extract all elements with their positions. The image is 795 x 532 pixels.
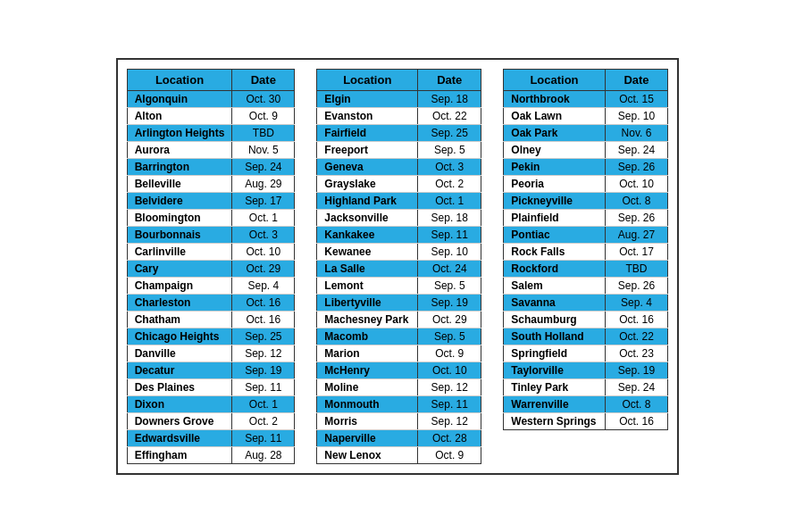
date-cell: Sep. 11 <box>232 378 295 395</box>
table-row: PekinSep. 26 <box>504 158 668 175</box>
date-cell: Oct. 1 <box>232 209 295 226</box>
location-cell: Bourbonnais <box>127 226 232 243</box>
table-row: EvanstonOct. 22 <box>317 107 481 124</box>
location-cell: Taylorville <box>504 362 605 378</box>
location-cell: Barrington <box>127 158 232 175</box>
location-cell: Highland Park <box>317 192 418 209</box>
location-cell: McHenry <box>317 362 418 378</box>
location-cell: Downers Grove <box>127 412 232 429</box>
date-cell: Oct. 22 <box>418 107 481 124</box>
location-cell: Macomb <box>317 328 418 345</box>
date-cell: Sep. 5 <box>418 277 481 294</box>
date-cell: Oct. 22 <box>605 328 668 345</box>
location-cell: Fairfield <box>317 124 418 141</box>
table-row: SalemSep. 26 <box>504 277 668 294</box>
table-row: DecaturSep. 19 <box>127 362 295 378</box>
date-cell: Oct. 2 <box>418 175 481 192</box>
location-cell: New Lenox <box>317 446 418 463</box>
table-section-2: LocationDateNorthbrookOct. 15Oak LawnSep… <box>503 69 668 464</box>
location-cell: Geneva <box>317 158 418 175</box>
table-row: Tinley ParkSep. 24 <box>504 378 668 395</box>
location-cell: Aurora <box>127 141 232 158</box>
location-cell: Decatur <box>127 362 232 378</box>
location-cell: Alton <box>127 107 232 124</box>
date-cell: Oct. 8 <box>605 395 668 412</box>
date-cell: Nov. 6 <box>605 124 668 141</box>
date-cell: Sep. 19 <box>418 294 481 311</box>
location-cell: Grayslake <box>317 175 418 192</box>
table-0: LocationDateAlgonquinOct. 30AltonOct. 9A… <box>127 69 296 464</box>
date-cell: Sep. 5 <box>418 141 481 158</box>
location-cell: Marion <box>317 345 418 362</box>
table-row: AltonOct. 9 <box>127 107 295 124</box>
date-cell: Oct. 2 <box>232 412 295 429</box>
location-cell: Machesney Park <box>317 311 418 328</box>
date-cell: Oct. 15 <box>605 90 668 107</box>
location-cell: Cary <box>127 260 232 277</box>
table-row: ChampaignSep. 4 <box>127 277 295 294</box>
location-cell: Freeport <box>317 141 418 158</box>
date-cell: Oct. 29 <box>232 260 295 277</box>
table-row: La SalleOct. 24 <box>317 260 481 277</box>
date-cell: Sep. 24 <box>605 141 668 158</box>
date-cell: Sep. 11 <box>418 395 481 412</box>
table-row: ChathamOct. 16 <box>127 311 295 328</box>
table-divider <box>489 69 496 464</box>
location-cell: Champaign <box>127 277 232 294</box>
table-row: Oak LawnSep. 10 <box>504 107 668 124</box>
column-header: Date <box>232 69 295 90</box>
date-cell: Sep. 17 <box>232 192 295 209</box>
date-cell: Nov. 5 <box>232 141 295 158</box>
date-cell: Oct. 9 <box>418 446 481 463</box>
date-cell: Oct. 16 <box>232 311 295 328</box>
date-cell: Oct. 3 <box>232 226 295 243</box>
table-1: LocationDateElginSep. 18EvanstonOct. 22F… <box>316 69 481 464</box>
location-cell: Tinley Park <box>504 378 605 395</box>
table-row: TaylorvilleSep. 19 <box>504 362 668 378</box>
table-row: GenevaOct. 3 <box>317 158 481 175</box>
table-row: Downers GroveOct. 2 <box>127 412 295 429</box>
date-cell: Oct. 10 <box>418 362 481 378</box>
date-cell: Aug. 29 <box>232 175 295 192</box>
location-cell: Edwardsville <box>127 429 232 446</box>
date-cell: Sep. 12 <box>232 345 295 362</box>
table-row: Highland ParkOct. 1 <box>317 192 481 209</box>
date-cell: Sep. 18 <box>418 90 481 107</box>
table-row: BarringtonSep. 24 <box>127 158 295 175</box>
location-cell: Monmouth <box>317 395 418 412</box>
table-divider <box>302 69 309 464</box>
location-cell: Schaumburg <box>504 311 605 328</box>
location-cell: Pontiac <box>504 226 605 243</box>
table-row: RockfordTBD <box>504 260 668 277</box>
table-row: CaryOct. 29 <box>127 260 295 277</box>
date-cell: Oct. 9 <box>232 107 295 124</box>
date-cell: Sep. 5 <box>418 328 481 345</box>
date-cell: Oct. 8 <box>605 192 668 209</box>
date-cell: Oct. 16 <box>605 412 668 429</box>
location-cell: Kewanee <box>317 243 418 260</box>
table-row: Rock FallsOct. 17 <box>504 243 668 260</box>
location-cell: Naperville <box>317 429 418 446</box>
table-row: PickneyvilleOct. 8 <box>504 192 668 209</box>
table-row: MonmouthSep. 11 <box>317 395 481 412</box>
table-row: MorrisSep. 12 <box>317 412 481 429</box>
date-cell: Oct. 10 <box>232 243 295 260</box>
date-cell: Oct. 1 <box>418 192 481 209</box>
date-cell: Sep. 10 <box>605 107 668 124</box>
table-row: Arlington HeightsTBD <box>127 124 295 141</box>
date-cell: Aug. 27 <box>605 226 668 243</box>
table-row: AuroraNov. 5 <box>127 141 295 158</box>
date-cell: Sep. 24 <box>232 158 295 175</box>
location-cell: Plainfield <box>504 209 605 226</box>
table-row: BelvidereSep. 17 <box>127 192 295 209</box>
table-row: EdwardsvilleSep. 11 <box>127 429 295 446</box>
location-cell: Morris <box>317 412 418 429</box>
date-cell: Oct. 24 <box>418 260 481 277</box>
location-cell: Kankakee <box>317 226 418 243</box>
location-cell: Des Plaines <box>127 378 232 395</box>
table-row: Western SpringsOct. 16 <box>504 412 668 429</box>
date-cell: Oct. 10 <box>605 175 668 192</box>
table-row: KewaneeSep. 10 <box>317 243 481 260</box>
location-cell: Jacksonville <box>317 209 418 226</box>
location-cell: Libertyville <box>317 294 418 311</box>
